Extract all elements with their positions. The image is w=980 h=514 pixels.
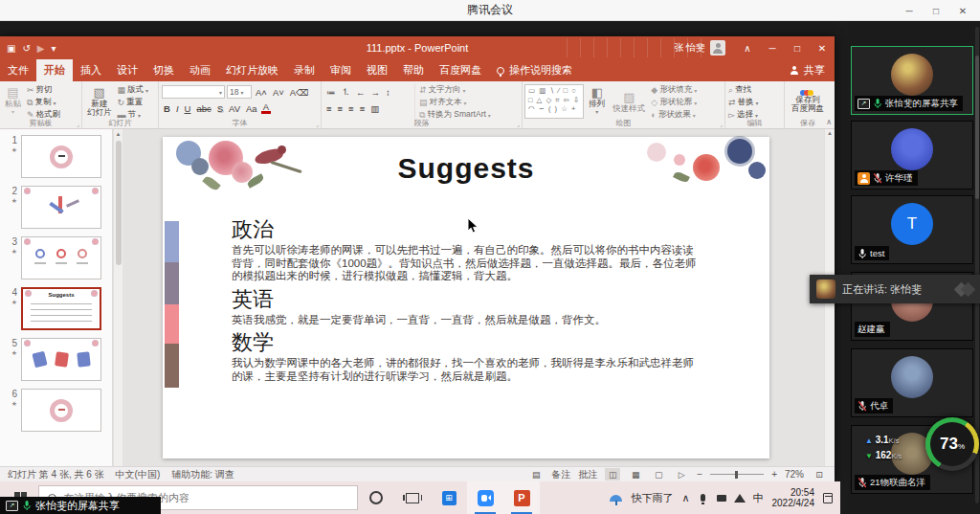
tencent-meeting-taskbar-button[interactable]	[467, 481, 503, 514]
tell-me-search[interactable]: 操作说明搜索	[497, 59, 572, 81]
notes-icon[interactable]: ▤	[528, 468, 544, 480]
present-icon[interactable]: ▶	[37, 43, 45, 54]
minimize-button[interactable]: ─	[896, 0, 923, 21]
font-size-select[interactable]: 18▾	[227, 85, 252, 99]
participant-tile-xuhuajin[interactable]: 许华瑾	[851, 121, 973, 190]
tab-slideshow[interactable]: 幻灯片放映	[218, 59, 286, 81]
collapse-ribbon-button[interactable]: ∧	[826, 118, 832, 126]
layout-button[interactable]: ▦版式▾	[117, 84, 150, 96]
tab-review[interactable]: 审阅	[323, 59, 359, 81]
ppt-close-button[interactable]: ✕	[810, 36, 835, 59]
language-indicator[interactable]: 中文(中国)	[116, 468, 161, 481]
align-text-button[interactable]: ▤对齐文本▾	[418, 97, 492, 108]
zoom-slider-thumb[interactable]	[735, 471, 738, 479]
taskbar-clock[interactable]: 20:54 2022/4/24	[772, 487, 815, 509]
thumbnail-slide-3[interactable]: 3★	[2, 236, 112, 279]
participant-tile-test[interactable]: T test	[851, 195, 973, 264]
weather-umbrella-icon[interactable]	[610, 495, 622, 502]
cortana-button[interactable]	[358, 481, 394, 514]
undo-icon[interactable]: ↺	[22, 43, 30, 54]
shape-fill-button[interactable]: ◆形状填充▾	[650, 84, 698, 96]
paragraph-dialog-launcher[interactable]: ⌟	[517, 121, 520, 127]
tab-record[interactable]: 录制	[286, 59, 323, 81]
slide-4[interactable]: Suggests 政治 首先可以听徐涛老师的网课，可以先把书过一遍，有自己的印象…	[163, 137, 769, 458]
close-button[interactable]: ✕	[949, 0, 976, 21]
font-dialog-launcher[interactable]: ⌟	[316, 121, 319, 127]
font-name-select[interactable]: ▾	[162, 85, 225, 99]
justify-button[interactable]: ≡	[358, 103, 368, 114]
zoom-slider[interactable]	[710, 474, 764, 475]
find-button[interactable]: ⌕查找	[727, 84, 760, 96]
ppt-restore-button[interactable]: □	[785, 36, 810, 59]
account-avatar[interactable]	[710, 40, 725, 56]
tray-mic-icon[interactable]	[699, 493, 708, 503]
italic-button[interactable]: I	[174, 103, 181, 114]
thumbnail-slide-4-selected[interactable]: 4★ Suggests	[2, 287, 112, 330]
tab-transitions[interactable]: 切换	[145, 59, 182, 81]
share-button[interactable]: 共享	[790, 59, 825, 81]
slide-title[interactable]: Suggests	[163, 152, 769, 185]
participant-tile-share[interactable]: ↗ 张怡斐的屏幕共享	[851, 46, 973, 115]
tray-device-icon[interactable]	[717, 493, 726, 503]
increase-indent-button[interactable]: →	[369, 87, 383, 98]
reset-button[interactable]: ↻重置	[117, 97, 150, 108]
numbering-button[interactable]: ⒈	[340, 86, 353, 99]
reading-view-button[interactable]: ▢	[651, 468, 666, 480]
comments-button[interactable]: 批注	[578, 468, 597, 481]
grow-font-button[interactable]: A˄	[254, 87, 269, 98]
shape-outline-button[interactable]: ◇形状轮廓▾	[650, 97, 698, 108]
qat-dropdown-icon[interactable]: ▾	[52, 43, 56, 54]
tray-network-icon[interactable]	[735, 493, 745, 503]
clipboard-dialog-launcher[interactable]: ⌟	[77, 121, 79, 127]
slide-sorter-view-button[interactable]: ▦	[628, 468, 643, 480]
slide-body-text[interactable]: 政治 首先可以听徐涛老师的网课，可以先把书过一遍，有自己的印象。然后可以将你的书…	[232, 217, 697, 387]
new-slide-button[interactable]: ▧ 新建 幻灯片	[84, 84, 115, 119]
copy-button[interactable]: ⧉复制▾	[26, 97, 61, 108]
thumbnail-slide-1[interactable]: 1★	[2, 135, 112, 178]
thumbnail-scrollbar[interactable]: ▲	[113, 129, 122, 466]
microsoft-store-button[interactable]: ⊞	[431, 481, 467, 514]
accessibility-status[interactable]: 辅助功能: 调查	[171, 468, 234, 481]
clear-format-button[interactable]: A⌫	[288, 87, 311, 98]
cut-button[interactable]: ✂剪切	[26, 84, 61, 96]
tab-view[interactable]: 视图	[359, 59, 395, 81]
tab-baidu-pan[interactable]: 百度网盘	[432, 59, 489, 81]
tab-file[interactable]: 文件	[0, 59, 36, 81]
powerpoint-taskbar-button[interactable]: P	[503, 481, 540, 514]
account-name[interactable]: 张 怡斐	[674, 41, 705, 55]
thumbnail-slide-2[interactable]: 2★	[2, 186, 112, 229]
tab-help[interactable]: 帮助	[395, 59, 432, 81]
shape-gallery[interactable]: ▭ ▥ ∖ ∕ □ ○ □ △ ◇ ⌗ ⇦ ⇩ ◠ ∽ ( ) ☆ +	[524, 84, 584, 119]
tab-insert[interactable]: 插入	[73, 59, 109, 81]
maximize-button[interactable]: □	[923, 0, 949, 21]
hidden-icons-button[interactable]: ∧	[681, 492, 689, 504]
strikethrough-button[interactable]: abc	[194, 103, 212, 114]
zoom-level[interactable]: 72%	[785, 469, 804, 480]
change-case-button[interactable]: Aa	[244, 103, 259, 114]
scroll-up-icon[interactable]: ▲	[116, 130, 122, 138]
align-left-button[interactable]: ≡	[324, 103, 334, 114]
quick-styles-button[interactable]: ▨ 快速样式	[610, 84, 648, 119]
decrease-indent-button[interactable]: ←	[354, 87, 368, 98]
participant-tile-wulian[interactable]: ▲ 3.1K/s ▼ 162K/s 73% 21物联曲名洋	[851, 425, 973, 494]
tab-animations[interactable]: 动画	[182, 59, 218, 81]
fit-to-window-button[interactable]: ⊡	[812, 468, 827, 480]
participant-tile-daizhuo[interactable]: 代卓	[851, 348, 973, 417]
text-shadow-button[interactable]: S	[215, 103, 225, 114]
columns-button[interactable]: ▥	[368, 103, 381, 114]
bold-button[interactable]: B	[162, 103, 172, 114]
align-right-button[interactable]: ≡	[346, 103, 356, 114]
ime-indicator[interactable]: 中	[753, 491, 764, 505]
char-spacing-button[interactable]: AV	[227, 103, 242, 114]
thumbnail-slide-6[interactable]: 6★	[2, 389, 112, 432]
arrange-button[interactable]: ◧ 排列 ▾	[586, 84, 608, 119]
zoom-out-button[interactable]: −	[697, 469, 702, 480]
zoom-in-button[interactable]: +	[771, 469, 777, 480]
text-direction-button[interactable]: ⇵文字方向▾	[418, 84, 492, 96]
tab-design[interactable]: 设计	[109, 59, 145, 81]
underline-button[interactable]: U	[183, 103, 193, 114]
ppt-minimize-button[interactable]: ─	[760, 36, 785, 59]
notes-button[interactable]: 备注	[551, 468, 570, 481]
drawing-dialog-launcher[interactable]: ⌟	[720, 121, 723, 127]
weather-text[interactable]: 快下雨了	[631, 491, 673, 505]
